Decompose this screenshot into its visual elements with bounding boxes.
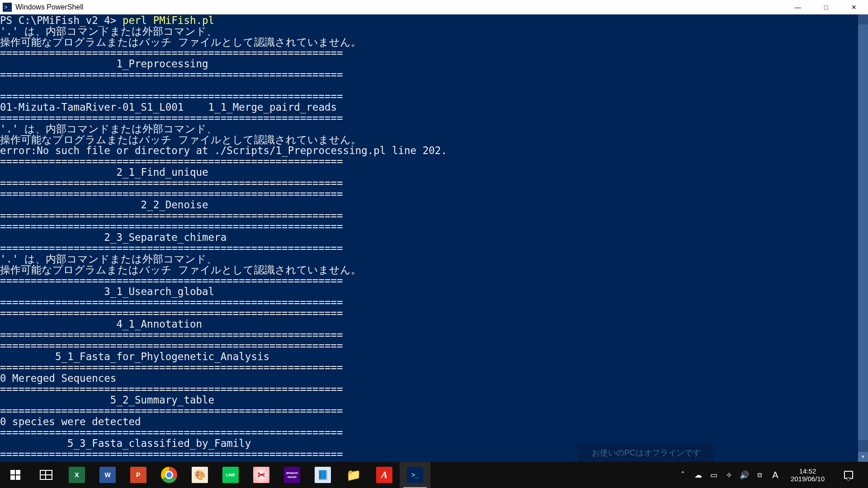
task-view-icon [40,470,52,480]
close-button[interactable]: ✕ [840,0,868,14]
separator: ========================================… [0,155,343,167]
notepad-icon: 📘 [315,467,331,483]
window-controls: — □ ✕ [784,0,868,14]
snip-icon: ✂ [253,467,269,483]
section-header: 01-Mizuta-TamaRiver-01_S1_L001 1_1_Merge… [0,101,337,113]
taskbar-app-notepad[interactable]: 📘 [307,462,338,488]
paint-icon: 🎨 [192,467,208,483]
separator: ========================================… [0,210,343,221]
taskbar-app-chrome[interactable] [154,462,184,488]
maximize-button[interactable]: □ [812,0,840,14]
taskbar-clock[interactable]: 14:52 2019/06/10 [786,467,829,483]
output-line: 操作可能なプログラムまたはバッチ ファイルとして認識されていません。 [0,36,361,48]
word-icon: W [99,467,116,483]
onedrive-icon[interactable]: ☁ [694,470,703,479]
output-line: '.' は、内部コマンドまたは外部コマンド、 [0,25,217,37]
volume-icon[interactable]: 🔊 [740,470,749,479]
battery-icon[interactable]: ▭ [709,470,718,479]
window-titlebar: >_ Windows PowerShell — □ ✕ [0,0,868,14]
section-header: 2_2_Denoise [0,199,208,211]
taskbar-app-paint[interactable]: 🎨 [184,462,215,488]
powerpoint-icon: P [130,467,146,483]
system-tray: ˄ ☁ ▭ ⟡ 🔊 ⧈ A 14:52 2019/06/10 [679,462,868,488]
offline-banner: お使いのPCはオフラインです [578,444,714,462]
section-header: 5_1_Fasta_for_Phylogenetic_Analysis [0,351,269,362]
powershell-icon: >_ [3,3,12,12]
section-header: 2_1_Find_unique [0,166,208,178]
separator: ========================================… [0,188,343,200]
separator: ========================================… [0,340,343,352]
separator: ========================================… [0,242,343,254]
window-title: Windows PowerShell [15,3,83,11]
taskbar-app-excel[interactable]: X [61,462,92,488]
output-line: 操作可能なプログラムまたはバッチ ファイルとして認識されていません。 [0,264,361,276]
section-header: 3_1_Usearch_global [0,286,214,297]
taskbar-app-amazon-music[interactable]: amazon music [277,462,307,488]
output-line: '.' は、内部コマンドまたは外部コマンド、 [0,253,217,265]
amazon-music-icon: amazon music [284,467,300,483]
separator: ========================================… [0,177,343,189]
taskbar-app-powerpoint[interactable]: P [123,462,154,488]
section-header: 2_3_Separate_chimera [0,231,226,243]
separator: ========================================… [0,296,343,308]
output-line: 0 species were detected [0,416,141,427]
clock-time: 14:52 [791,467,825,475]
separator: ========================================… [0,329,343,341]
folder-icon: 📁 [345,467,362,483]
clock-date: 2019/06/10 [791,475,825,483]
taskbar-app-explorer[interactable]: 📁 [338,462,369,488]
output-line: '.' は、内部コマンドまたは外部コマンド、 [0,123,217,135]
wifi-icon[interactable]: ⟡ [725,470,734,479]
section-header: 5_2_Summary_table [0,394,214,406]
prompt-prefix: PS C:\PMiFish_v2_4> [0,14,123,26]
taskbar-app-acrobat[interactable]: A [369,462,400,488]
excel-icon: X [69,467,85,483]
notification-icon [844,471,853,479]
minimize-button[interactable]: — [784,0,812,14]
separator: ========================================… [0,383,343,395]
taskbar-app-word[interactable]: W [92,462,123,488]
separator: ========================================… [0,405,343,417]
separator: ========================================… [0,275,343,286]
chrome-icon [161,467,177,483]
output-line: 操作可能なプログラムまたはバッチ ファイルとして認識されていません。 [0,134,361,145]
separator: ========================================… [0,90,343,102]
separator: ========================================… [0,361,343,373]
scrollbar-thumb[interactable] [858,24,868,440]
separator: ========================================… [0,307,343,319]
section-header: 4_1_Annotation [0,318,202,330]
output-line: 0 Mereged Sequences [0,372,116,384]
task-view-button[interactable] [31,462,61,488]
windows-logo-icon [10,470,20,480]
taskbar: X W P 🎨 LINE ✂ amazon music 📘 📁 A >_ ˄ ☁… [0,462,868,488]
taskbar-app-line[interactable]: LINE [215,462,246,488]
tray-chevron-up-icon[interactable]: ˄ [679,470,688,479]
error-line: error:No such file or directory at ./Scr… [0,145,447,156]
dropbox-icon[interactable]: ⧈ [755,470,764,479]
terminal-output[interactable]: PS C:\PMiFish_v2_4> perl PMiFish.pl '.' … [0,14,868,462]
section-header: 5_3_Fasta_classified_by_Family [0,437,251,449]
ime-indicator[interactable]: A [771,470,780,479]
vertical-scrollbar[interactable]: ▲ ▼ [858,14,868,462]
separator: ========================================… [0,112,343,124]
section-header: 1_Preprocessing [0,58,208,70]
acrobat-icon: A [376,467,392,483]
separator: ========================================… [0,69,343,80]
prompt-command: perl PMiFish.pl [123,14,214,26]
powershell-taskbar-icon: >_ [407,467,423,483]
action-center-button[interactable] [835,462,862,488]
scroll-down-arrow-icon[interactable]: ▼ [858,452,868,462]
separator: ========================================… [0,47,343,59]
separator: ========================================… [0,221,343,232]
taskbar-app-powershell[interactable]: >_ [400,462,430,488]
start-button[interactable] [0,462,31,488]
line-icon: LINE [222,467,239,483]
separator: ========================================… [0,448,343,460]
separator: ========================================… [0,427,343,438]
taskbar-app-snip[interactable]: ✂ [246,462,277,488]
